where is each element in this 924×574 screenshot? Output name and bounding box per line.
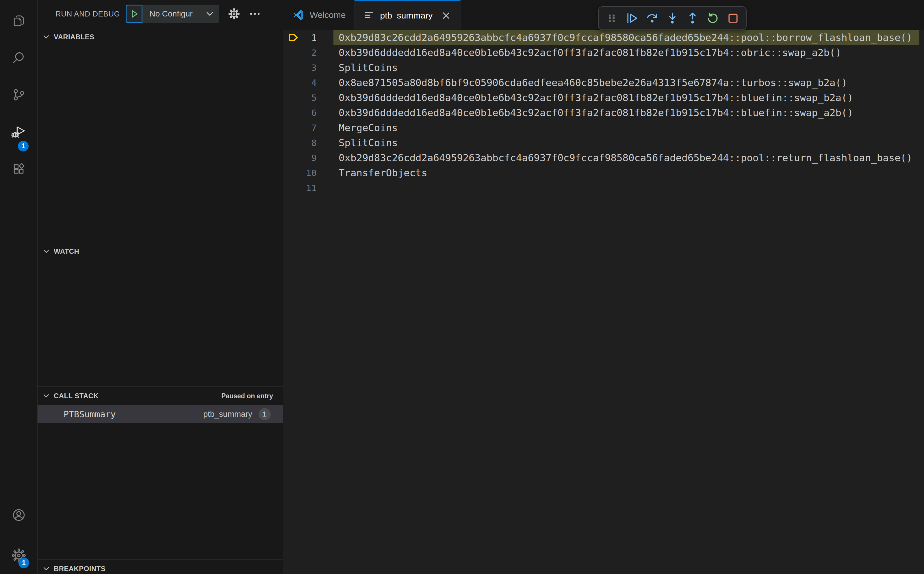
line-number: 8 [303,135,317,150]
tab-welcome[interactable]: Welcome [283,0,354,30]
code-line-9[interactable]: 90xb29d83c26cdd2a64959263abbcfc4a6937f0c… [283,150,924,165]
line-number: 4 [303,75,317,90]
stop-icon [727,12,739,25]
files-icon [11,14,26,28]
paused-status: Paused on entry [221,392,273,400]
open-launch-json-button[interactable] [228,8,240,20]
line-number: 6 [303,105,317,120]
sidebar-title: RUN AND DEBUG [55,9,120,19]
activity-item-extensions[interactable] [0,150,37,187]
line-number: 7 [303,120,317,135]
chevron-down-icon [42,565,50,573]
activity-item-source-control[interactable] [0,76,37,113]
gutter [283,105,303,120]
restart-icon [707,12,719,25]
code-line-6[interactable]: 60xb39d6dddedd16ed8a40ce0b1e6b43c92acf0f… [283,105,924,120]
gutter [283,75,303,90]
line-number: 9 [303,150,317,165]
breakpoints-section-header[interactable]: BREAKPOINTS [38,560,283,574]
tab-ptb-summary[interactable]: ptb_summary [354,0,461,30]
step-out-button[interactable] [684,9,701,27]
activity-item-accounts[interactable] [0,497,37,533]
code-text: MergeCoins [334,120,919,135]
watch-section-label: WATCH [54,248,79,255]
step-into-icon [666,12,679,25]
activity-item-search[interactable] [0,39,37,76]
code-line-4[interactable]: 40x8ae871505a80d8bf6bf9c05906cda6edfeea4… [283,75,924,90]
frame-name: PTBSummary [64,409,116,419]
settings-badge: 1 [19,558,29,568]
code-text: 0xb39d6dddedd16ed8a40ce0b1e6b43c92acf0ff… [334,90,919,105]
call-stack-section: CALL STACK Paused on entry PTBSummary pt… [38,386,283,559]
line-number: 1 [303,30,317,45]
breakpoints-section: BREAKPOINTS [38,559,283,574]
continue-icon [625,12,638,25]
code-line-2[interactable]: 20xb39d6dddedd16ed8a40ce0b1e6b43c92acf0f… [283,45,924,60]
debug-icon [11,124,27,140]
tab-label: Welcome [310,10,346,20]
activity-item-settings[interactable]: 1 [0,537,37,574]
call-stack-frame-row[interactable]: PTBSummary ptb_summary 1 [38,405,283,423]
chevron-down-icon [205,9,214,18]
configuration-dropdown[interactable]: No Configur [142,5,219,23]
gutter [283,165,303,180]
code-text: 0xb29d83c26cdd2a64959263abbcfc4a6937f0c9… [334,150,919,165]
source-control-icon [11,88,26,102]
search-icon [11,50,26,65]
call-stack-section-label: CALL STACK [54,392,99,400]
activity-item-explorer[interactable] [0,2,37,39]
code-text: SplitCoins [334,60,919,75]
watch-section: WATCH [38,242,283,386]
gutter [283,120,303,135]
watch-section-header[interactable]: WATCH [38,242,283,261]
code-text: TransferObjects [334,165,919,180]
editor-group: Welcome ptb_summary [283,0,924,574]
chevron-down-icon [42,248,50,255]
views-and-more-actions-button[interactable] [249,8,261,20]
line-number: 5 [303,90,317,105]
step-out-icon [686,12,699,25]
variables-section-header[interactable]: VARIABLES [38,28,283,46]
account-icon [11,508,26,522]
frame-badge: 1 [258,408,271,420]
activity-item-run-and-debug[interactable]: 1 [0,113,37,150]
stop-button[interactable] [724,9,742,27]
line-number: 3 [303,60,317,75]
gutter [283,60,303,75]
start-debugging-button[interactable] [126,5,142,23]
code-text: 0xb29d83c26cdd2a64959263abbcfc4a6937f0c9… [334,30,919,45]
play-icon [129,9,139,19]
code-line-3[interactable]: 3SplitCoins [283,60,924,75]
gutter [283,150,303,165]
step-over-button[interactable] [644,9,661,27]
code-line-10[interactable]: 10TransferObjects [283,165,924,180]
step-into-button[interactable] [664,9,681,27]
configuration-dropdown-value: No Configur [150,9,201,19]
code-line-7[interactable]: 7MergeCoins [283,120,924,135]
extensions-icon [11,162,26,176]
code-line-8[interactable]: 8SplitCoins [283,135,924,150]
tab-label: ptb_summary [380,11,433,20]
variables-section-label: VARIABLES [54,33,94,41]
code-text: SplitCoins [334,135,919,150]
code-line-11[interactable]: 11 [283,180,924,196]
call-stack-section-header[interactable]: CALL STACK Paused on entry [38,387,283,405]
toolbar-drag-handle[interactable] [603,9,620,27]
code-text [334,180,919,196]
code-line-1[interactable]: 10xb29d83c26cdd2a64959263abbcfc4a6937f0c… [283,30,924,45]
restart-button[interactable] [704,9,721,27]
code-line-5[interactable]: 50xb39d6dddedd16ed8a40ce0b1e6b43c92acf0f… [283,90,924,105]
frame-source: ptb_summary [203,410,252,419]
line-number: 10 [303,165,317,180]
debug-launch-control: No Configur [126,5,219,23]
variables-section: VARIABLES [38,28,283,242]
frame-meta: ptb_summary 1 [203,408,271,420]
gutter [283,45,303,60]
line-number: 11 [303,180,317,196]
list-icon [363,10,375,21]
close-icon[interactable] [441,10,452,21]
continue-button[interactable] [623,9,641,27]
gutter [283,90,303,105]
debug-current-line-arrow-icon [283,30,303,45]
debug-toolbar [598,6,746,30]
